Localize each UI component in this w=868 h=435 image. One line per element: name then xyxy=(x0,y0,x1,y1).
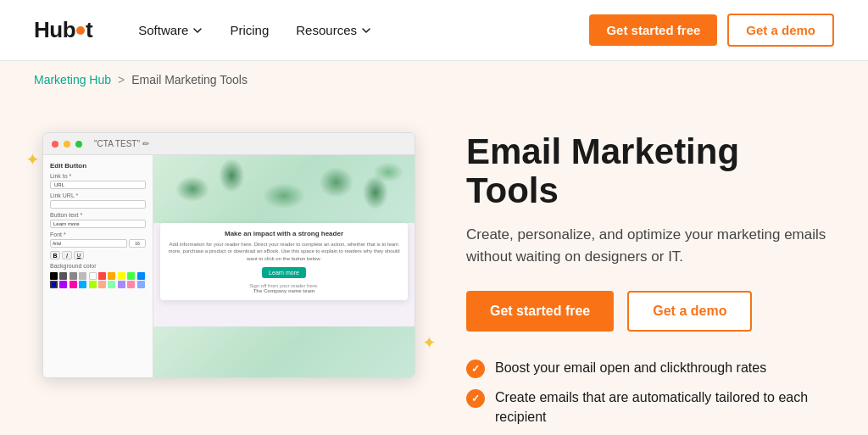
panel-link-type: URL xyxy=(50,181,146,189)
mockup-floral-bottom xyxy=(153,326,415,377)
mockup-cta-button[interactable]: Learn more xyxy=(262,267,306,278)
mockup-topbar: "CTA TEST" ✏ xyxy=(43,133,415,155)
panel-font-input: Arial xyxy=(50,239,127,248)
window-maximize-dot xyxy=(75,141,82,148)
hero-get-started-button[interactable]: Get started free xyxy=(466,291,614,332)
panel-link-label: Link to * xyxy=(50,173,146,179)
panel-title: Edit Button xyxy=(50,162,146,170)
mockup-right-panel: Make an impact with a strong header Add … xyxy=(153,155,415,377)
sparkle-icon-br: ✦ xyxy=(422,332,437,353)
panel-bold-btn[interactable]: B xyxy=(50,251,60,259)
logo-text: Hubt xyxy=(34,17,92,43)
nav-software-label: Software xyxy=(138,23,188,37)
panel-underline-btn[interactable]: U xyxy=(74,251,84,259)
mockup-company: The Company name team xyxy=(167,288,401,293)
panel-link-type-text: URL xyxy=(54,182,64,187)
window-close-dot xyxy=(52,141,58,148)
window-minimize-dot xyxy=(64,141,70,148)
mockup-body: Edit Button Link to * URL Link URL * But… xyxy=(43,155,415,377)
breadcrumb-parent[interactable]: Marketing Hub xyxy=(34,73,111,86)
nav-item-resources[interactable]: Resources xyxy=(284,16,383,44)
check-icon-2 xyxy=(466,389,485,408)
feature-text-2: Create emails that are automatically tai… xyxy=(495,388,834,427)
mockup-content-area: Make an impact with a strong header Add … xyxy=(160,223,408,300)
main-content: ✦ ✦ "CTA TEST" ✏ Edit Button Link to * U… xyxy=(0,98,868,435)
nav-pricing-label: Pricing xyxy=(230,23,269,37)
breadcrumb-separator: > xyxy=(118,73,125,86)
sparkle-icon-tl: ✦ xyxy=(25,149,40,170)
nav-get-started-button[interactable]: Get started free xyxy=(589,14,717,46)
breadcrumb-current: Email Marketing Tools xyxy=(131,73,248,86)
mockup-wrapper: ✦ ✦ "CTA TEST" ✏ Edit Button Link to * U… xyxy=(34,124,424,378)
panel-url-input xyxy=(50,200,146,209)
right-content: Email Marketing Tools Create, personaliz… xyxy=(466,124,834,435)
nav-buttons: Get started free Get a demo xyxy=(589,14,834,47)
navbar: Hubt Software Pricing Resources Get star… xyxy=(0,0,868,61)
breadcrumb: Marketing Hub > Email Marketing Tools xyxy=(0,61,868,98)
panel-url-label: Link URL * xyxy=(50,192,146,198)
mockup-container: ✦ ✦ "CTA TEST" ✏ Edit Button Link to * U… xyxy=(34,124,424,378)
chevron-down-icon xyxy=(192,25,203,36)
panel-btn-text-input: Learn more xyxy=(50,220,146,228)
nav-item-pricing[interactable]: Pricing xyxy=(218,16,281,44)
panel-italic-btn[interactable]: I xyxy=(62,251,72,259)
hubspot-logo[interactable]: Hubt xyxy=(34,17,92,43)
mockup-screen: "CTA TEST" ✏ Edit Button Link to * URL L… xyxy=(42,132,415,378)
cta-buttons: Get started free Get a demo xyxy=(466,291,834,332)
panel-color-grid xyxy=(50,272,146,288)
nav-resources-label: Resources xyxy=(296,23,357,37)
mockup-email-body: Add information for your reader here. Di… xyxy=(167,241,401,262)
mockup-topbar-title: "CTA TEST" ✏ xyxy=(94,139,149,148)
mockup-email-title: Make an impact with a strong header xyxy=(167,230,401,237)
mockup-left-panel: Edit Button Link to * URL Link URL * But… xyxy=(43,155,153,377)
chevron-down-icon-resources xyxy=(361,25,371,36)
panel-btn-text-value: Learn more xyxy=(53,221,80,226)
hero-title: Email Marketing Tools xyxy=(466,132,834,210)
panel-btn-text-label: Button text * xyxy=(50,212,146,218)
feature-list: Boost your email open and clickthrough r… xyxy=(466,359,834,435)
floral-decoration xyxy=(153,155,415,223)
panel-font-label: Font * xyxy=(50,231,146,237)
feature-item-2: Create emails that are automatically tai… xyxy=(466,388,834,427)
nav-get-demo-button[interactable]: Get a demo xyxy=(727,14,834,47)
panel-bg-color-label: Background color xyxy=(50,263,146,269)
check-icon-1 xyxy=(466,360,485,378)
nav-item-software[interactable]: Software xyxy=(126,16,214,44)
hero-description: Create, personalize, and optimize your m… xyxy=(466,224,831,267)
panel-font-size: 16 xyxy=(129,239,146,248)
mockup-floral-top xyxy=(153,155,415,223)
feature-text-1: Boost your email open and clickthrough r… xyxy=(495,359,766,377)
hero-get-demo-button[interactable]: Get a demo xyxy=(627,291,752,332)
nav-links: Software Pricing Resources xyxy=(126,16,589,44)
feature-item-1: Boost your email open and clickthrough r… xyxy=(466,359,834,378)
logo-dot xyxy=(76,26,85,35)
